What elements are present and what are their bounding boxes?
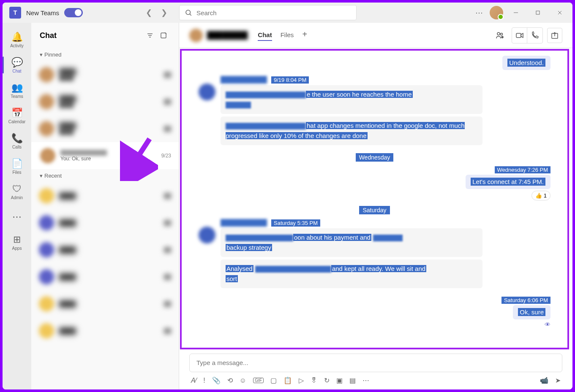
message-bubble[interactable]: hat app changes mentioned in the google … bbox=[221, 116, 482, 145]
call-buttons bbox=[512, 27, 543, 43]
minimize-button[interactable] bbox=[507, 6, 525, 19]
nav-forward-button[interactable]: ❯ bbox=[157, 6, 171, 19]
search-input[interactable] bbox=[196, 9, 351, 16]
loop-button[interactable]: ⟲ bbox=[227, 376, 233, 384]
rail-more[interactable]: ⋯ bbox=[3, 205, 31, 229]
format-button[interactable]: A⁄ bbox=[191, 377, 196, 384]
title-bar: T New Teams ❮ ❯ ⋯ bbox=[3, 3, 572, 23]
phone-icon: 📞 bbox=[11, 133, 23, 144]
chat-list-title: Chat bbox=[40, 31, 143, 40]
rail-teams[interactable]: 👥Teams bbox=[3, 78, 31, 102]
filter-button[interactable] bbox=[143, 29, 157, 42]
polls-button[interactable]: ▤ bbox=[349, 376, 356, 384]
messages-area[interactable]: Understood. 9/19 8:04 PM e the user soon… bbox=[180, 49, 569, 349]
message-outgoing: Wednesday 7:26 PM Let's connect at 7:45 … bbox=[199, 166, 550, 200]
nav-back-button[interactable]: ❮ bbox=[142, 6, 155, 19]
chat-list-header: Chat bbox=[31, 23, 179, 48]
section-recent[interactable]: ▾ Recent bbox=[31, 169, 179, 182]
maximize-button[interactable] bbox=[529, 6, 547, 19]
apps-icon: ⊞ bbox=[13, 234, 21, 245]
list-item[interactable]: ██████████ bbox=[31, 88, 179, 115]
search-icon bbox=[185, 9, 192, 16]
reaction-badge[interactable]: 👍 1 bbox=[531, 191, 550, 200]
avatar bbox=[40, 148, 55, 163]
list-item[interactable]: ██████ bbox=[31, 236, 179, 263]
header-actions bbox=[492, 27, 562, 43]
new-teams-toggle[interactable] bbox=[64, 8, 83, 17]
list-item[interactable]: ██████████ bbox=[31, 61, 179, 88]
rail-calendar[interactable]: 📅Calendar bbox=[3, 104, 31, 127]
chat-tabs: Chat Files + bbox=[258, 30, 307, 41]
viva-button[interactable]: ▣ bbox=[336, 376, 343, 384]
user-avatar[interactable] bbox=[490, 6, 503, 19]
list-item[interactable]: ██████ bbox=[31, 317, 179, 344]
new-chat-button[interactable] bbox=[157, 29, 170, 42]
calendar-icon: 📅 bbox=[11, 108, 23, 119]
message-outgoing: Saturday 6:06 PM Ok, sure 👁 bbox=[199, 297, 550, 328]
more-options-button[interactable]: ⋯ bbox=[472, 5, 486, 21]
message-time: Saturday 6:06 PM bbox=[501, 297, 550, 304]
message-bubble[interactable]: Analysed and kept all ready. We will sit… bbox=[221, 260, 482, 288]
message-time: 9/19 8:04 PM bbox=[271, 76, 309, 84]
video-clip-button[interactable]: 📹 bbox=[540, 376, 548, 384]
rail-apps[interactable]: ⊞Apps bbox=[3, 230, 31, 254]
chat-preview: You: Ok, sure bbox=[60, 156, 156, 162]
compose-toolbar: A⁄ ! 📎 ⟲ ☺ GIF ▢ 📋 ▷ 🎖 ↻ ▣ ▤ ⋯ 📹 ➤ bbox=[189, 376, 562, 384]
window-controls: ⋯ bbox=[472, 5, 569, 21]
file-icon: 📄 bbox=[11, 158, 23, 169]
bell-icon: 🔔 bbox=[11, 32, 23, 43]
app-name: New Teams bbox=[26, 9, 59, 16]
audio-call-button[interactable] bbox=[527, 28, 542, 43]
compose-box[interactable] bbox=[189, 354, 562, 372]
close-button[interactable] bbox=[550, 6, 569, 19]
add-tab-button[interactable]: + bbox=[302, 30, 307, 41]
contact-name: ████████ bbox=[189, 29, 248, 42]
svg-point-0 bbox=[186, 10, 191, 15]
date-separator: Saturday bbox=[199, 206, 550, 214]
send-button[interactable]: ➤ bbox=[555, 376, 561, 384]
rail-chat[interactable]: 💬Chat bbox=[3, 53, 31, 77]
message-time: Saturday 5:35 PM bbox=[271, 219, 320, 227]
section-pinned[interactable]: ▾ Pinned bbox=[31, 48, 179, 61]
tab-files[interactable]: Files bbox=[281, 30, 294, 41]
sticker-button[interactable]: ▢ bbox=[270, 376, 277, 384]
share-button[interactable] bbox=[547, 28, 562, 43]
tab-chat[interactable]: Chat bbox=[258, 30, 272, 41]
priority-button[interactable]: ! bbox=[203, 377, 205, 384]
message-bubble[interactable]: oon about his payment and backup strateg… bbox=[221, 228, 482, 257]
chat-list-panel: Chat ▾ Pinned ██████████ ██████████ ████… bbox=[31, 23, 179, 389]
avatar bbox=[199, 84, 215, 100]
app-rail: 🔔Activity 💬Chat 👥Teams 📅Calendar 📞Calls … bbox=[3, 23, 31, 389]
updates-button[interactable]: ↻ bbox=[324, 376, 330, 384]
chat-contact-name bbox=[60, 150, 107, 156]
rail-activity[interactable]: 🔔Activity bbox=[3, 28, 31, 51]
svg-rect-11 bbox=[161, 33, 166, 38]
schedule-button[interactable]: 📋 bbox=[283, 376, 292, 384]
avatar bbox=[199, 227, 215, 243]
list-item-active[interactable]: You: Ok, sure 9/23 bbox=[31, 142, 179, 169]
list-item[interactable]: ██████████ bbox=[31, 115, 179, 142]
approvals-button[interactable]: 🎖 bbox=[311, 377, 317, 384]
list-item[interactable]: ██████ bbox=[31, 209, 179, 236]
list-item[interactable]: ██████ bbox=[31, 182, 179, 209]
list-item[interactable]: ██████ bbox=[31, 263, 179, 290]
search-box[interactable] bbox=[179, 5, 357, 20]
emoji-button[interactable]: ☺ bbox=[240, 377, 246, 384]
rail-files[interactable]: 📄Files bbox=[3, 154, 31, 178]
rail-calls[interactable]: 📞Calls bbox=[3, 129, 31, 153]
stream-button[interactable]: ▷ bbox=[299, 376, 304, 384]
rail-admin[interactable]: 🛡Admin bbox=[3, 180, 31, 203]
sender-name bbox=[221, 76, 267, 84]
message-incoming: 9/19 8:04 PM e the user soon he reaches … bbox=[199, 76, 550, 148]
people-button[interactable] bbox=[492, 28, 507, 43]
teams-icon: 👥 bbox=[11, 82, 23, 93]
message-input[interactable] bbox=[196, 359, 555, 366]
message-bubble[interactable]: e the user soon he reaches the home bbox=[221, 85, 482, 114]
video-call-button[interactable] bbox=[512, 28, 527, 43]
gif-button[interactable]: GIF bbox=[253, 378, 264, 383]
list-item[interactable]: ██████ bbox=[31, 290, 179, 317]
message-incoming: Saturday 5:35 PM oon about his payment a… bbox=[199, 219, 550, 291]
more-button[interactable]: ⋯ bbox=[362, 376, 369, 384]
attach-button[interactable]: 📎 bbox=[212, 376, 221, 384]
teams-logo-icon: T bbox=[9, 7, 21, 19]
